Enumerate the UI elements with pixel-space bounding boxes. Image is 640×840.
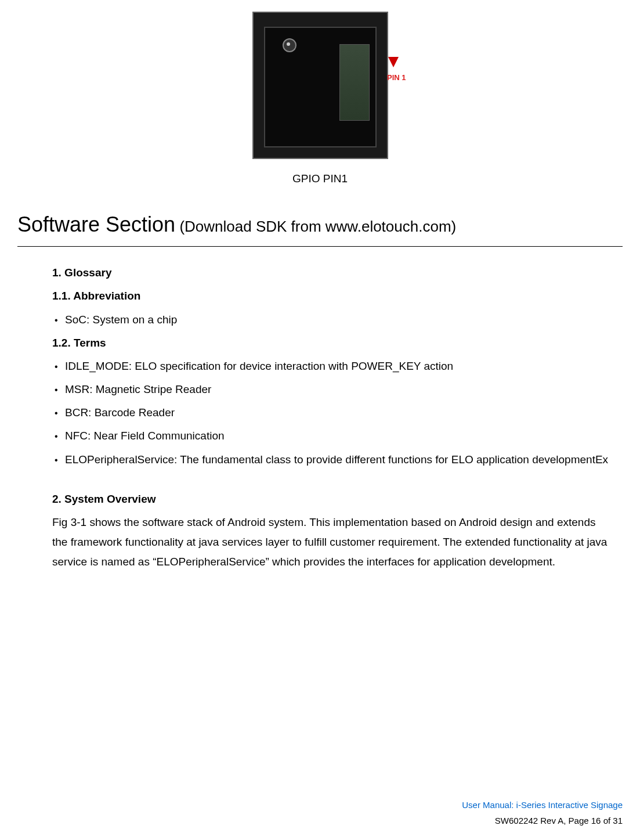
terms-item: NFC: Near Field Communication: [52, 426, 611, 446]
image-caption: GPIO PIN1: [17, 169, 623, 189]
connector-area: [339, 44, 370, 121]
pin-label: PIN 1: [387, 71, 406, 84]
terms-item: ELOPeripheralService: The fundamental cl…: [52, 450, 611, 470]
terms-heading: 1.2. Terms: [52, 333, 611, 353]
terms-item: MSR: Magnetic Stripe Reader: [52, 380, 611, 399]
device-circle-inner: [287, 42, 290, 46]
terms-item: IDLE_MODE: ELO specification for device …: [52, 356, 611, 376]
content-area: 1. Glossary 1.1. Abbreviation SoC: Syste…: [17, 263, 623, 572]
device-image-container: PIN 1 GPIO PIN1: [17, 12, 623, 189]
page-footer: User Manual: i-Series Interactive Signag…: [462, 797, 623, 828]
terms-item: BCR: Barcode Reader: [52, 403, 611, 423]
section-title-sub: (Download SDK from www.elotouch.com): [175, 218, 456, 235]
system-overview-paragraph: Fig 3-1 shows the software stack of Andr…: [52, 513, 611, 572]
device-inner: PIN 1: [264, 27, 377, 147]
system-overview-heading: 2. System Overview: [52, 489, 611, 509]
abbreviation-heading: 1.1. Abbreviation: [52, 286, 611, 306]
section-title: Software Section (Download SDK from www.…: [17, 206, 623, 247]
section-title-main: Software Section: [17, 212, 175, 236]
device-circle: [283, 38, 297, 52]
footer-page-info: SW602242 Rev A, Page 16 of 31: [462, 813, 623, 828]
footer-manual-title: User Manual: i-Series Interactive Signag…: [462, 797, 623, 813]
pin-arrow-icon: [388, 57, 399, 67]
glossary-heading: 1. Glossary: [52, 263, 611, 283]
device-image: PIN 1: [252, 12, 388, 159]
abbreviation-item: SoC: System on a chip: [52, 310, 611, 330]
